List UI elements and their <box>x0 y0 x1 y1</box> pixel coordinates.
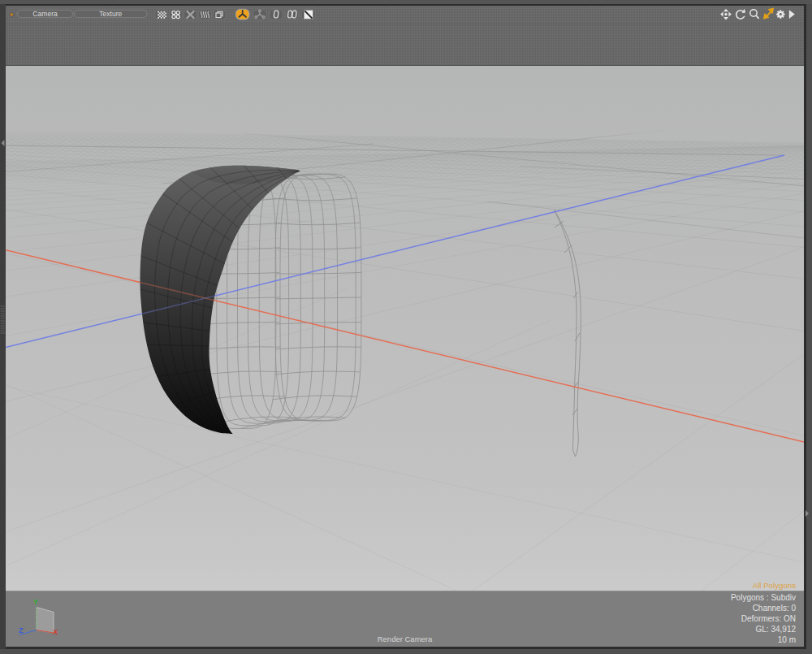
svg-text:Y: Y <box>33 598 38 606</box>
svg-text:Texture: Texture <box>99 10 122 18</box>
svg-text:Camera: Camera <box>32 10 58 18</box>
svg-text:Z: Z <box>19 626 24 635</box>
